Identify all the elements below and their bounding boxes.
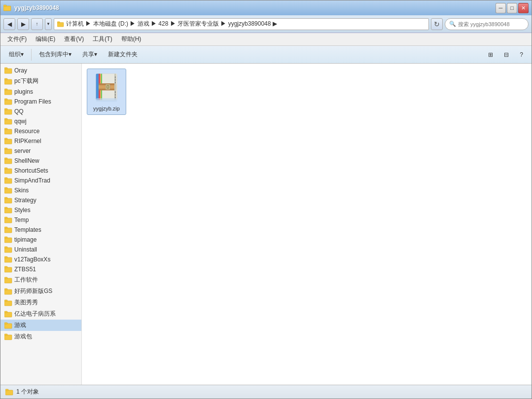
svg-rect-19 [4,138,7,140]
sidebar-item-qqwj[interactable]: qqwj [0,116,81,126]
organize-button[interactable]: 组织▾ [4,48,28,61]
svg-rect-17 [4,128,7,130]
sidebar-item-v12tagboxxs[interactable]: v12TagBoxXs [0,254,81,264]
help-button[interactable]: ? [515,49,528,61]
sidebar-item-shellnew[interactable]: ShellNew [0,156,81,166]
toolbar: 组织▾ 包含到库中▾ 共享▾ 新建文件夹 ⊞ ⊟ ? [0,46,532,64]
maximize-button[interactable]: □ [507,3,517,13]
menu-file[interactable]: 文件(F) [3,34,31,45]
sidebar-item-games[interactable]: 游戏 [0,320,81,331]
svg-rect-12 [4,109,12,114]
svg-rect-9 [4,89,7,90]
search-input[interactable] [458,21,526,27]
svg-rect-11 [4,99,7,100]
svg-rect-23 [4,158,7,159]
svg-rect-33 [4,207,7,209]
nav-dropdown-button[interactable]: ▼ [45,18,52,30]
sidebar-item-uninstall[interactable]: Uninstall [0,245,81,254]
folder-icon [4,333,12,340]
sidebar-item-styles[interactable]: Styles [0,205,81,215]
svg-rect-55 [4,323,7,324]
sidebar-item-programfiles[interactable]: Program Files [0,97,81,107]
svg-rect-25 [4,168,7,169]
search-icon: 🔍 [449,21,456,27]
sidebar-item-ripkernel[interactable]: RIPKernel [0,136,81,146]
folder-icon [4,207,12,214]
sidebar-label: qqwj [14,118,27,125]
sidebar-item-haoyaoshi[interactable]: 好药师新版GS [0,286,81,297]
window-title: yygjzyb3890048 [14,4,59,11]
sidebar-label: 游戏 [14,321,26,329]
file-item-zip[interactable]: yygjzyb.zip [87,69,126,115]
minimize-button[interactable]: ─ [496,3,506,13]
search-box[interactable]: 🔍 [445,18,529,30]
menu-view[interactable]: 查看(V) [60,34,88,45]
sidebar-item-skins[interactable]: Skins [0,185,81,195]
svg-rect-75 [115,97,116,99]
svg-rect-16 [4,129,12,134]
sidebar-label: 工作软件 [14,276,38,284]
menu-edit[interactable]: 编辑(E) [32,34,59,45]
svg-rect-5 [4,68,7,69]
forward-button[interactable]: ▶ [17,18,29,30]
sidebar-item-worksoftware[interactable]: 工作软件 [0,274,81,286]
include-button[interactable]: 包含到库中▾ [35,48,76,61]
svg-rect-72 [115,82,116,84]
explorer-window: yygjzyb3890048 ─ □ ✕ ◀ ▶ ↑ ▼ 计算机 ▶ 本地磁盘 … [0,0,532,399]
up-button[interactable]: ↑ [31,18,43,30]
sidebar-item-yida[interactable]: 亿达电子病历系 [0,308,81,320]
sidebar-item-temp[interactable]: Temp [0,215,81,225]
svg-rect-76 [96,98,117,102]
svg-rect-43 [4,256,7,258]
pane-button[interactable]: ⊟ [499,49,513,61]
sidebar-item-ztbs51[interactable]: ZTBS51 [0,264,81,274]
menu-tools[interactable]: 工具(T) [89,34,116,45]
refresh-button[interactable]: ↻ [431,18,443,30]
svg-rect-78 [5,389,8,391]
file-name: yygjzyb.zip [93,106,120,111]
sidebar-item-strategy[interactable]: Strategy [0,195,81,205]
sidebar-item-plugins[interactable]: plugins [0,87,81,97]
address-field[interactable]: 计算机 ▶ 本地磁盘 (D:) ▶ 游戏 ▶ 428 ▶ 牙医管家专业版 ▶ y… [54,18,429,30]
sidebar-item-simpandtrad[interactable]: SimpAndTrad [0,176,81,185]
sidebar-item-meitu[interactable]: 美图秀秀 [0,297,81,308]
svg-rect-6 [4,79,12,84]
svg-rect-10 [4,100,12,105]
sidebar-label: Uninstall [14,246,37,253]
sidebar-label: 游戏包 [14,332,32,341]
svg-rect-24 [4,169,12,174]
sidebar-item-oray[interactable]: Oray [0,66,81,75]
close-button[interactable]: ✕ [518,3,529,13]
menu-help[interactable]: 帮助(H) [117,34,145,45]
share-button[interactable]: 共享▾ [78,48,102,61]
file-area: yygjzyb.zip [82,64,532,385]
back-button[interactable]: ◀ [3,18,15,30]
folder-icon [4,157,12,164]
sidebar-item-tipimage[interactable]: tipimage [0,235,81,245]
folder-icon [4,88,12,95]
sidebar-item-shortcutsets[interactable]: ShortcutSets [0,166,81,176]
sidebar-item-server[interactable]: server [0,146,81,156]
sidebar-label: pc下载网 [14,77,38,85]
svg-rect-15 [4,118,7,120]
svg-rect-30 [4,198,12,203]
toolbar-sep-1 [31,49,32,61]
sidebar-label: Oray [14,67,27,74]
sidebar-item-qq[interactable]: QQ [0,107,81,116]
svg-rect-54 [4,324,12,328]
svg-rect-28 [4,188,12,193]
new-folder-button[interactable]: 新建文件夹 [104,48,142,61]
svg-rect-38 [4,238,12,243]
view-button[interactable]: ⊞ [484,49,497,61]
sidebar-label: server [14,147,31,154]
sidebar-label: SimpAndTrad [14,177,50,184]
svg-rect-46 [4,278,12,283]
sidebar-item-templates[interactable]: Templates [0,225,81,235]
zip-file-icon [91,72,122,104]
sidebar-item-resource[interactable]: Resource [0,126,81,136]
svg-rect-42 [4,257,12,262]
sidebar-item-gamepacks[interactable]: 游戏包 [0,331,81,342]
sidebar-item-pcdownload[interactable]: pc下载网 [0,75,81,87]
folder-icon [4,311,12,318]
folder-icon [4,197,12,204]
